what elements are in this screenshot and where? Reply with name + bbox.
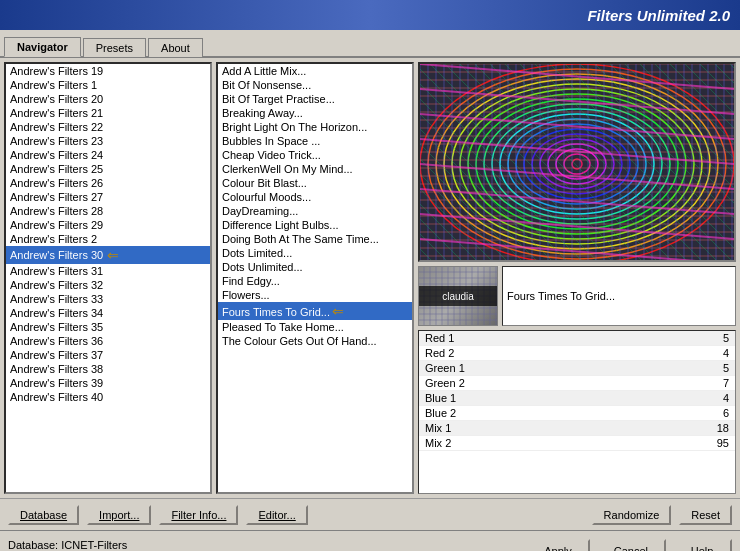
right-toolbar: Randomize Reset bbox=[584, 499, 740, 531]
left-panel-item[interactable]: Andrew's Filters 1 bbox=[6, 78, 210, 92]
left-panel-item[interactable]: Andrew's Filters 27 bbox=[6, 190, 210, 204]
status-database: Database: ICNET-Filters bbox=[8, 539, 518, 551]
tab-presets[interactable]: Presets bbox=[83, 38, 146, 57]
middle-panel-item[interactable]: Fours Times To Grid...⇐ bbox=[218, 302, 412, 320]
middle-panel-item[interactable]: The Colour Gets Out Of Hand... bbox=[218, 334, 412, 348]
color-table-row: Red 24 bbox=[419, 346, 735, 361]
randomize-button[interactable]: Randomize bbox=[592, 505, 672, 525]
color-label: Mix 1 bbox=[425, 422, 451, 434]
status-bar: Database: ICNET-Filters Filters: 4478 Ap… bbox=[0, 530, 740, 551]
tab-about[interactable]: About bbox=[148, 38, 203, 57]
left-panel-item[interactable]: Andrew's Filters 19 bbox=[6, 64, 210, 78]
middle-panel-item[interactable]: Bubbles In Space ... bbox=[218, 134, 412, 148]
middle-panel-item[interactable]: Breaking Away... bbox=[218, 106, 412, 120]
middle-panel-item[interactable]: Bit Of Target Practise... bbox=[218, 92, 412, 106]
color-table-row: Mix 295 bbox=[419, 436, 735, 451]
left-panel-item[interactable]: Andrew's Filters 30⇐ bbox=[6, 246, 210, 264]
left-panel-item[interactable]: Andrew's Filters 40 bbox=[6, 390, 210, 404]
color-value: 6 bbox=[723, 407, 729, 419]
left-panel-item[interactable]: Andrew's Filters 38 bbox=[6, 362, 210, 376]
color-label: Red 2 bbox=[425, 347, 454, 359]
status-info: Database: ICNET-Filters Filters: 4478 bbox=[8, 539, 518, 552]
left-panel-item[interactable]: Andrew's Filters 24 bbox=[6, 148, 210, 162]
left-panel-item[interactable]: Andrew's Filters 26 bbox=[6, 176, 210, 190]
filter-info-area: Fours Times To Grid... bbox=[418, 266, 736, 326]
color-table-row: Blue 14 bbox=[419, 391, 735, 406]
color-table-row: Green 15 bbox=[419, 361, 735, 376]
left-panel-item[interactable]: Andrew's Filters 23 bbox=[6, 134, 210, 148]
middle-panel-item[interactable]: Difference Light Bulbs... bbox=[218, 218, 412, 232]
middle-panel-item[interactable]: Flowers... bbox=[218, 288, 412, 302]
left-toolbar: Database Import... Filter Info... Editor… bbox=[0, 503, 584, 527]
middle-panel-item[interactable]: Dots Unlimited... bbox=[218, 260, 412, 274]
thumb-canvas bbox=[418, 266, 498, 326]
left-panel-item[interactable]: Andrew's Filters 2 bbox=[6, 232, 210, 246]
filter-name-text: Fours Times To Grid... bbox=[507, 290, 615, 302]
color-table-row: Red 15 bbox=[419, 331, 735, 346]
left-panel-item[interactable]: Andrew's Filters 34 bbox=[6, 306, 210, 320]
middle-panel-item[interactable]: Bit Of Nonsense... bbox=[218, 78, 412, 92]
left-panel-item[interactable]: Andrew's Filters 20 bbox=[6, 92, 210, 106]
color-table-row: Mix 118 bbox=[419, 421, 735, 436]
filter-name-display: Fours Times To Grid... bbox=[502, 266, 736, 326]
color-label: Blue 2 bbox=[425, 407, 456, 419]
middle-panel-item[interactable]: Bright Light On The Horizon... bbox=[218, 120, 412, 134]
middle-panel-item[interactable]: Dots Limited... bbox=[218, 246, 412, 260]
left-panel-item[interactable]: Andrew's Filters 22 bbox=[6, 120, 210, 134]
cancel-button[interactable]: Cancel bbox=[596, 539, 666, 552]
color-value: 5 bbox=[723, 332, 729, 344]
left-panel-item[interactable]: Andrew's Filters 32 bbox=[6, 278, 210, 292]
filter-info-button[interactable]: Filter Info... bbox=[159, 505, 238, 525]
title-bar: Filters Unlimited 2.0 bbox=[0, 0, 740, 30]
color-value: 4 bbox=[723, 347, 729, 359]
color-value: 7 bbox=[723, 377, 729, 389]
app-title: Filters Unlimited 2.0 bbox=[587, 7, 730, 24]
left-panel-item[interactable]: Andrew's Filters 39 bbox=[6, 376, 210, 390]
left-panel-item[interactable]: Andrew's Filters 37 bbox=[6, 348, 210, 362]
left-panel-item[interactable]: Andrew's Filters 21 bbox=[6, 106, 210, 120]
middle-panel-item[interactable]: Cheap Video Trick... bbox=[218, 148, 412, 162]
color-table-row: Blue 26 bbox=[419, 406, 735, 421]
status-buttons: Apply Cancel Help bbox=[526, 539, 732, 552]
middle-filter-list[interactable]: Add A Little Mix...Bit Of Nonsense...Bit… bbox=[216, 62, 414, 494]
left-panel-item[interactable]: Andrew's Filters 33 bbox=[6, 292, 210, 306]
middle-panel-item[interactable]: Add A Little Mix... bbox=[218, 64, 412, 78]
toolbars-row: Database Import... Filter Info... Editor… bbox=[0, 498, 740, 530]
color-table-row: Green 27 bbox=[419, 376, 735, 391]
left-panel-item[interactable]: Andrew's Filters 28 bbox=[6, 204, 210, 218]
middle-panel-item[interactable]: Colourful Moods... bbox=[218, 190, 412, 204]
color-label: Green 1 bbox=[425, 362, 465, 374]
color-value: 18 bbox=[717, 422, 729, 434]
left-filter-list[interactable]: Andrew's Filters 19Andrew's Filters 1And… bbox=[4, 62, 212, 494]
color-value: 5 bbox=[723, 362, 729, 374]
middle-panel-item[interactable]: Find Edgy... bbox=[218, 274, 412, 288]
editor-button[interactable]: Editor... bbox=[246, 505, 307, 525]
left-panel-item[interactable]: Andrew's Filters 36 bbox=[6, 334, 210, 348]
left-panel-item[interactable]: Andrew's Filters 29 bbox=[6, 218, 210, 232]
help-button[interactable]: Help bbox=[672, 539, 732, 552]
preview-area bbox=[418, 62, 736, 262]
apply-button[interactable]: Apply bbox=[526, 539, 590, 552]
left-panel-item[interactable]: Andrew's Filters 25 bbox=[6, 162, 210, 176]
color-value: 4 bbox=[723, 392, 729, 404]
left-panel-item[interactable]: Andrew's Filters 31 bbox=[6, 264, 210, 278]
middle-panel-item[interactable]: Pleased To Take Home... bbox=[218, 320, 412, 334]
middle-panel-item[interactable]: Colour Bit Blast... bbox=[218, 176, 412, 190]
middle-panel-item[interactable]: DayDreaming... bbox=[218, 204, 412, 218]
import-button[interactable]: Import... bbox=[87, 505, 151, 525]
left-panel-item[interactable]: Andrew's Filters 35 bbox=[6, 320, 210, 334]
tab-navigator[interactable]: Navigator bbox=[4, 37, 81, 57]
reset-button[interactable]: Reset bbox=[679, 505, 732, 525]
right-panel: Fours Times To Grid... Red 15Red 24Green… bbox=[418, 62, 736, 494]
color-label: Green 2 bbox=[425, 377, 465, 389]
database-button[interactable]: Database bbox=[8, 505, 79, 525]
color-value: 95 bbox=[717, 437, 729, 449]
main-content: Andrew's Filters 19Andrew's Filters 1And… bbox=[0, 58, 740, 498]
color-label: Blue 1 bbox=[425, 392, 456, 404]
color-label: Mix 2 bbox=[425, 437, 451, 449]
middle-panel-item[interactable]: ClerkenWell On My Mind... bbox=[218, 162, 412, 176]
filter-thumbnail bbox=[418, 266, 498, 326]
color-values-table: Red 15Red 24Green 15Green 27Blue 14Blue … bbox=[418, 330, 736, 494]
color-label: Red 1 bbox=[425, 332, 454, 344]
middle-panel-item[interactable]: Doing Both At The Same Time... bbox=[218, 232, 412, 246]
